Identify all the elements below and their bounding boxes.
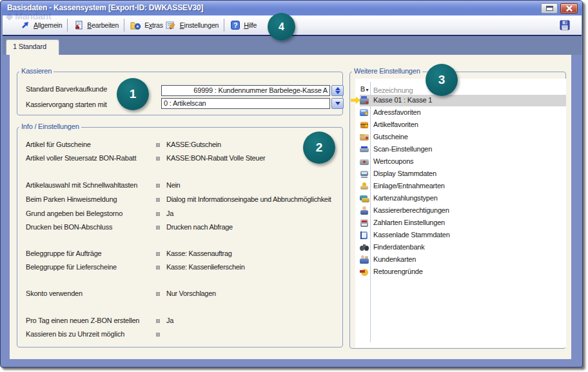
setting-value: KASSE:BON-Rabatt Volle Steuer	[166, 154, 265, 162]
content-area: Kassieren Standard Barverkaufkunde Kassi…	[10, 55, 571, 359]
list-item[interactable]: Zahlarten Einstellungen	[355, 217, 566, 229]
toolbar-button-label: Hilfe	[244, 21, 257, 29]
setting-label: Artikel voller Steuersatz BON-Rabatt	[26, 154, 136, 162]
application-window: Basisdaten - Kassensystem [Export-ID: DW…	[0, 0, 583, 367]
list-item[interactable]: ★Artikelfavoriten	[355, 119, 566, 131]
info-row: Artikel für GutscheineKASSE:Gutschein	[17, 141, 342, 150]
setting-label: Artikel für Gutscheine	[26, 141, 91, 148]
group-info-title: Info / Einstellungen	[19, 122, 81, 130]
bullet-icon	[156, 252, 160, 256]
standard-barverkaufkunde-input[interactable]: 69999 : Kundennummer Barbelege-Kasse A	[161, 85, 330, 96]
minimize-button[interactable]	[541, 3, 558, 14]
svg-text:?: ?	[233, 21, 238, 29]
kassiervorgang-select[interactable]: 0 : Artikelscan	[161, 98, 330, 109]
setting-value: Kasse: Kassenlieferschein	[166, 263, 245, 271]
voucher-folder-icon	[360, 133, 369, 142]
info-row: Pro Tag einen neuen Z-BON erstellenJa	[17, 317, 342, 326]
info-row: Skonto verwendenNur Vorschlagen	[17, 289, 342, 299]
cash-register-icon	[360, 96, 369, 105]
bullet-icon	[156, 292, 160, 296]
bullet-icon	[156, 226, 160, 230]
info-row: Beleggruppe für LieferscheineKasse: Kass…	[17, 263, 342, 273]
toolbar-button-label: Einstellungen	[180, 21, 219, 29]
list-item[interactable]: Display Stammdaten	[355, 168, 566, 180]
setting-label: Skonto verwenden	[26, 289, 83, 297]
field-label: Kassiervorgang starten mit	[26, 101, 107, 110]
info-row: Beim Parken HinweismeldungDialog mit Inf…	[17, 195, 342, 205]
bullet-icon	[156, 184, 160, 188]
scanner-icon	[360, 145, 369, 154]
save-icon[interactable]	[559, 19, 571, 32]
setting-value: Kasse: Kassenauftrag	[166, 250, 232, 257]
spinner-buttons[interactable]	[331, 85, 344, 96]
group-weitere-einstellungen: Weitere Einstellungen B▼ Bezeichnung Kas…	[349, 72, 566, 349]
setting-label: Kassieren bis zu Uhrzeit möglich	[26, 330, 124, 338]
list-item[interactable]: ★Adressfavoriten	[355, 107, 566, 119]
sort-column-icon[interactable]: B▼	[360, 86, 369, 93]
tab-page: Kassieren Standard Barverkaufkunde Kassi…	[3, 55, 582, 363]
setting-value: Ja	[166, 210, 173, 217]
setting-value: Nein	[166, 181, 180, 189]
payment-terminal-icon	[360, 219, 369, 228]
close-button[interactable]	[560, 3, 578, 14]
setting-value: Drucken nach Abfrage	[166, 223, 233, 231]
list-item[interactable]: Finderdatenbank	[355, 242, 566, 253]
toolbar-button-hilfe[interactable]: ?Hilfe	[230, 20, 257, 30]
list-item[interactable]: Retourengründe	[355, 266, 566, 278]
list-item[interactable]: Wertcoupons	[355, 156, 566, 168]
info-row: Artikelauswahl mit SchnellwahltastenNein	[17, 181, 342, 191]
toolbar-button-bearbeiten[interactable]: Bearbeiten	[74, 20, 119, 30]
column-header-bezeichnung[interactable]: Bezeichnung	[373, 86, 413, 94]
list-item[interactable]: Kartenzahlungstypen	[355, 193, 566, 204]
combo-dropdown-button[interactable]	[331, 98, 344, 109]
folder-gear-icon	[130, 20, 141, 30]
bullet-icon	[156, 143, 160, 147]
toolbar-button-label: Extras	[144, 21, 163, 29]
title-bar: Basisdaten - Kassensystem [Export-ID: DW…	[1, 1, 582, 15]
list-item[interactable]: Kassenlade Stammdaten	[355, 230, 566, 241]
setting-label: Pro Tag einen neuen Z-BON erstellen	[26, 317, 139, 324]
info-row: Drucken bei BON-AbschlussDrucken nach Ab…	[17, 223, 342, 233]
list-item[interactable]: Kundenkarten	[355, 254, 566, 266]
hand-coin-icon	[360, 182, 369, 191]
tab-standard[interactable]: 1 Standard	[6, 39, 59, 55]
form-pencil-icon	[166, 20, 177, 30]
group-kassieren-title: Kassieren	[19, 67, 54, 75]
list-item-label: Adressfavoriten	[373, 108, 420, 116]
tab-strip: 1 Standard	[3, 37, 582, 55]
list-item[interactable]: Kasse 01 : Kasse 1	[355, 95, 566, 106]
annotation-badge-3: 3	[426, 64, 458, 96]
list-item[interactable]: Scan-Einstellungen	[355, 144, 566, 155]
info-row: Kassieren bis zu Uhrzeit möglich	[17, 330, 342, 340]
list-item[interactable]: Kassiererberechtigungen	[355, 205, 566, 217]
list-item-label: Scan-Einstellungen	[373, 145, 432, 153]
address-favorites-icon: ★	[360, 108, 369, 117]
list-item[interactable]: Einlage/Entnahmearten	[355, 181, 566, 192]
bullet-icon	[156, 266, 160, 269]
setting-label: Grund angeben bei Belegstorno	[26, 210, 122, 217]
coupon-icon	[360, 157, 369, 166]
list-header[interactable]: B▼ Bezeichnung	[355, 85, 566, 95]
toolbar-separator	[124, 19, 124, 32]
list-item-label: Zahlarten Einstellungen	[373, 219, 445, 226]
list-item[interactable]: Gutscheine	[355, 132, 566, 143]
toolbar-button-allgemein[interactable]: Allgemein	[20, 20, 62, 30]
bullet-icon	[156, 157, 160, 161]
toolbar-button-extras[interactable]: Extras	[130, 20, 163, 30]
cash-drawer-icon	[360, 231, 369, 240]
arrow-up-right-icon	[20, 20, 30, 30]
bullet-icon	[156, 212, 160, 216]
annotation-badge-4: 4	[268, 13, 295, 41]
list-item-label: Finderdatenbank	[373, 243, 425, 251]
annotation-badge-2: 2	[303, 132, 335, 164]
article-favorites-icon: ★	[360, 121, 369, 130]
list-item-label: Einlage/Entnahmearten	[373, 182, 445, 190]
group-info-einstellungen: Info / Einstellungen Artikel für Gutsche…	[17, 127, 343, 348]
bullet-icon	[156, 319, 160, 323]
group-kassieren: Kassieren Standard Barverkaufkunde Kassi…	[17, 72, 343, 115]
list-item-label: Display Stammdaten	[373, 170, 436, 177]
toolbar-button-einstellungen[interactable]: Einstellungen	[166, 20, 219, 30]
list-item-label: Retourengründe	[373, 268, 423, 275]
payment-cards-icon	[360, 194, 369, 203]
return-reasons-icon	[360, 268, 369, 277]
